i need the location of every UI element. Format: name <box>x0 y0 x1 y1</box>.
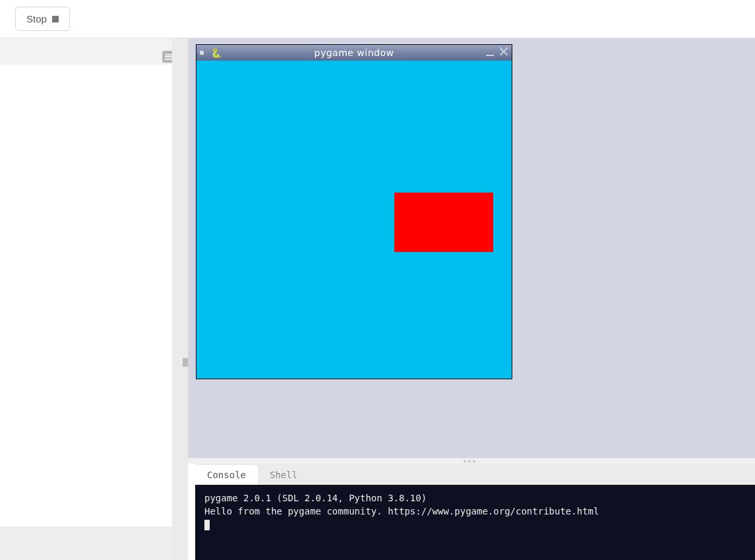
tab-console[interactable]: Console <box>195 465 258 485</box>
top-toolbar: Stop <box>0 0 755 38</box>
stop-icon <box>52 16 59 22</box>
output-pane: 🐍 pygame window <box>188 38 755 458</box>
pygame-window: 🐍 pygame window <box>196 44 512 379</box>
stop-button[interactable]: Stop <box>15 7 70 31</box>
tab-shell[interactable]: Shell <box>258 465 309 485</box>
horizontal-splitter[interactable] <box>188 458 755 464</box>
pygame-title: pygame window <box>196 47 512 58</box>
minimize-icon[interactable] <box>485 47 495 56</box>
console-line: pygame 2.0.1 (SDL 2.0.14, Python 3.8.10) <box>204 493 427 503</box>
pygame-surface <box>196 61 512 379</box>
console-output[interactable]: pygame 2.0.1 (SDL 2.0.14, Python 3.8.10)… <box>195 485 755 560</box>
left-panel <box>0 38 172 526</box>
grip-icon <box>464 460 479 462</box>
pygame-titlebar[interactable]: 🐍 pygame window <box>196 45 512 61</box>
console-tab-strip: Console Shell <box>195 464 755 485</box>
console-line: Hello from the pygame community. https:/… <box>204 506 599 516</box>
cursor-icon <box>204 520 210 530</box>
left-panel-header <box>0 38 172 65</box>
vertical-splitter[interactable] <box>172 38 188 560</box>
red-rectangle <box>394 193 493 252</box>
left-bottom-strip <box>0 526 172 560</box>
close-icon[interactable] <box>498 46 509 57</box>
scrollbar-thumb[interactable] <box>183 358 188 367</box>
stop-button-label: Stop <box>26 13 47 24</box>
